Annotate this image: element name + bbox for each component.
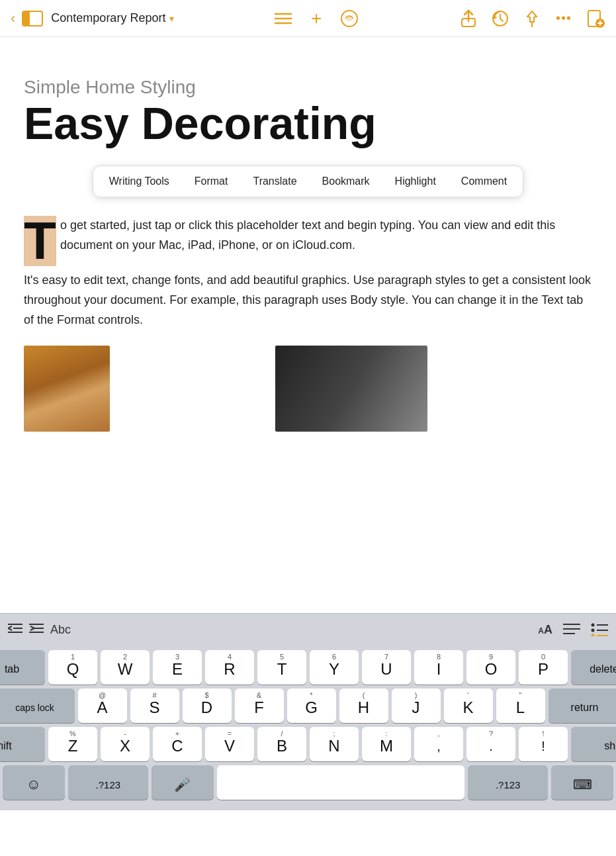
key-u[interactable]: 7U — [362, 650, 411, 685]
key-w[interactable]: 2W — [101, 650, 150, 685]
list-icon[interactable] — [273, 9, 293, 28]
toolbar-right: ••• — [459, 9, 605, 28]
mic-key[interactable]: 🎤 — [152, 765, 214, 800]
symbol-key-right[interactable]: .?123 — [468, 765, 549, 800]
key-n[interactable]: ;N — [310, 727, 359, 761]
key-o[interactable]: 9O — [466, 650, 515, 685]
caps-lock-key[interactable]: caps lock — [0, 689, 75, 723]
key-q[interactable]: 1Q — [48, 650, 97, 685]
image-row — [24, 346, 592, 432]
share-icon[interactable] — [459, 9, 478, 28]
add-button[interactable]: + — [306, 9, 326, 28]
key-i[interactable]: 8I — [414, 650, 463, 685]
context-menu-translate[interactable]: Translate — [241, 169, 308, 194]
key-d[interactable]: $D — [183, 689, 232, 723]
context-menu-bookmark[interactable]: Bookmark — [310, 169, 382, 194]
return-key[interactable]: return — [549, 689, 617, 723]
body-paragraph[interactable]: It's easy to edit text, change fonts, an… — [24, 271, 592, 330]
space-key[interactable] — [217, 765, 464, 800]
keyboard-hide-key[interactable]: ⌨ — [551, 765, 613, 800]
document-area: Simple Home Styling Easy Decorating Writ… — [0, 37, 616, 613]
outdent-icon[interactable] — [8, 622, 22, 638]
key-s[interactable]: #S — [130, 689, 179, 723]
key-g[interactable]: *G — [287, 689, 336, 723]
aa-small-a: A — [538, 626, 544, 636]
aa-label[interactable]: AA — [538, 623, 552, 637]
key-c[interactable]: +C — [153, 727, 202, 761]
shift-key-left[interactable]: shift — [0, 727, 45, 761]
svg-point-22 — [592, 628, 595, 632]
key-t[interactable]: 5T — [257, 650, 306, 685]
sidebar-toggle-button[interactable] — [22, 11, 43, 26]
abc-label[interactable]: Abc — [50, 623, 71, 637]
key-y[interactable]: 6Y — [310, 650, 359, 685]
dark-image — [275, 346, 427, 432]
align-icon[interactable] — [563, 622, 580, 638]
key-j[interactable]: )J — [392, 689, 441, 723]
keyboard-row-3: shift %Z -X +C =V /B ;N :M ,, ?. !! shif… — [3, 727, 613, 761]
svg-point-20 — [592, 623, 595, 626]
keyboard-toolbar-left: Abc — [8, 622, 71, 638]
title-chevron-icon: ▾ — [169, 13, 174, 24]
doc-settings-icon[interactable] — [586, 9, 605, 28]
svg-point-24 — [592, 634, 595, 636]
key-m[interactable]: :M — [362, 727, 411, 761]
toolbar-left: ‹ — [11, 10, 43, 27]
keyboard-toolbar: Abc AA — [0, 613, 616, 646]
keyboard-row-2: caps lock @A #S $D &F *G (H )J 'K "L ret… — [3, 689, 613, 723]
drop-cap-body-text: o get started, just tap or click this pl… — [60, 218, 555, 252]
key-h[interactable]: (H — [339, 689, 388, 723]
key-r[interactable]: 4R — [205, 650, 254, 685]
key-period[interactable]: ?. — [466, 727, 515, 761]
key-z[interactable]: %Z — [48, 727, 97, 761]
key-p[interactable]: 0P — [519, 650, 568, 685]
key-f[interactable]: &F — [235, 689, 284, 723]
toolbar-center: + — [182, 9, 451, 28]
back-button[interactable]: ‹ — [11, 10, 15, 27]
key-comma[interactable]: ,, — [414, 727, 463, 761]
context-menu-bar: Writing Tools Format Translate Bookmark … — [93, 166, 523, 197]
title-text: Contemporary Report — [51, 11, 165, 25]
key-b[interactable]: /B — [257, 727, 306, 761]
tab-key[interactable]: tab — [0, 650, 45, 685]
document-title[interactable]: Contemporary Report ▾ — [51, 11, 174, 25]
keyboard: tab 1Q 2W 3E 4R 5T 6Y 7U 8I 9O 0P delete… — [0, 646, 616, 810]
shift-key-right[interactable]: shift — [571, 727, 616, 761]
context-menu-writing-tools[interactable]: Writing Tools — [97, 169, 181, 194]
key-l[interactable]: "L — [496, 689, 545, 723]
key-k[interactable]: 'K — [444, 689, 493, 723]
document-heading: Easy Decorating — [24, 101, 592, 146]
keyboard-row-1: tab 1Q 2W 3E 4R 5T 6Y 7U 8I 9O 0P delete — [3, 650, 613, 685]
emoji-key[interactable]: ☺ — [3, 765, 65, 800]
key-exclaim[interactable]: !! — [519, 727, 568, 761]
keyboard-row-4: ☺ .?123 🎤 .?123 ⌨ — [3, 765, 613, 800]
list-format-icon[interactable] — [591, 622, 608, 639]
key-x[interactable]: -X — [101, 727, 150, 761]
more-icon[interactable]: ••• — [554, 9, 574, 28]
wood-image — [24, 346, 110, 432]
indent-icon[interactable] — [29, 622, 44, 638]
drop-cap-paragraph[interactable]: To get started, just tap or click this p… — [24, 216, 592, 255]
history-icon[interactable] — [490, 9, 510, 28]
delete-key[interactable]: delete — [571, 650, 616, 685]
aa-big-a: A — [544, 623, 552, 636]
context-menu-format[interactable]: Format — [183, 169, 240, 194]
keyboard-toolbar-right: AA — [538, 622, 608, 639]
pin-icon[interactable] — [522, 9, 542, 28]
drop-cap-letter: T — [24, 216, 56, 266]
key-a[interactable]: @A — [78, 689, 127, 723]
context-menu-comment[interactable]: Comment — [449, 169, 519, 194]
key-e[interactable]: 3E — [153, 650, 202, 685]
brush-icon[interactable] — [339, 9, 359, 28]
symbol-key-left[interactable]: .?123 — [68, 765, 149, 800]
document-subtitle: Simple Home Styling — [24, 77, 592, 98]
key-v[interactable]: =V — [205, 727, 254, 761]
toolbar: ‹ Contemporary Report ▾ + — [0, 0, 616, 37]
context-menu-highlight[interactable]: Highlight — [383, 169, 448, 194]
